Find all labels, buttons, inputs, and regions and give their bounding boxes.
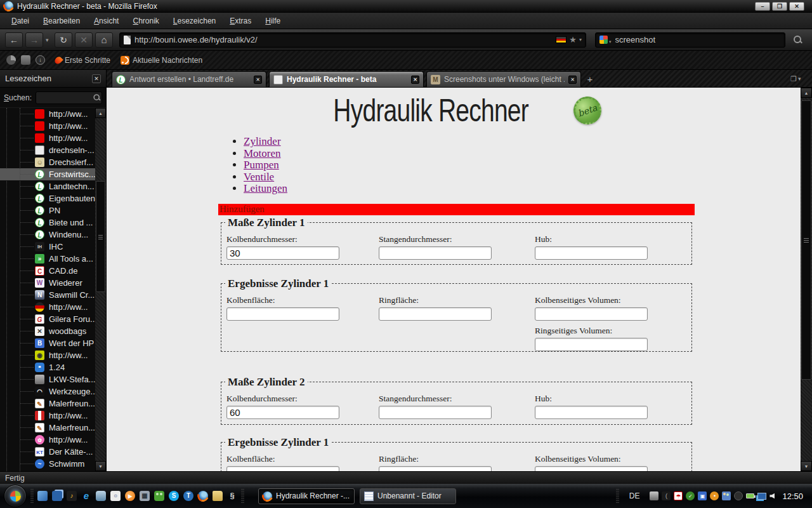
tab-antwort-erstellen-landtreff-de[interactable]: Antwort erstellen • Landtreff.de [112, 71, 266, 87]
toolbar-grip[interactable] [241, 489, 244, 503]
spiral-bin-icon[interactable] [227, 491, 237, 501]
users-icon[interactable] [722, 491, 731, 500]
input-kolbenfl-che[interactable] [226, 307, 339, 321]
bookmark-item-forstwirtsc[interactable]: Forstwirtsc... [0, 168, 95, 180]
hand-icon[interactable] [21, 55, 30, 65]
bookmark-item-malerfreun[interactable]: Malerfreun... [0, 398, 95, 410]
input-kolbenseitiges-volumen[interactable] [535, 466, 648, 472]
bookmark-item-1-24[interactable]: 1.24 [0, 361, 95, 373]
scrollbar-thumb[interactable] [96, 181, 105, 292]
minimize-button[interactable] [755, 2, 770, 11]
start-button[interactable] [4, 485, 27, 507]
german-flag-icon[interactable] [556, 36, 566, 43]
menu-ansicht[interactable]: Ansicht [88, 15, 125, 27]
stop-button[interactable] [75, 32, 93, 48]
menu-extras[interactable]: Extras [223, 15, 258, 27]
input-stangendurchmesser[interactable] [379, 406, 492, 419]
new-tab-button[interactable] [584, 73, 596, 86]
bookmark-erste-schritte[interactable]: Erste Schritte [55, 56, 110, 65]
toolbar-grip[interactable] [616, 489, 619, 503]
scroll-up-icon[interactable] [95, 108, 106, 118]
bookmark-item-der-k-lte[interactable]: Der Kälte-... [0, 446, 95, 458]
bookmark-item-http-ww[interactable]: http://ww... [0, 349, 95, 361]
wave-icon[interactable] [662, 491, 671, 500]
content-scrollbar[interactable] [801, 88, 812, 471]
scroll-down-icon[interactable] [95, 461, 106, 471]
input-kolbendurchmesser[interactable] [226, 246, 339, 260]
bookmark-item-gilera-foru[interactable]: Gilera Foru... [0, 313, 95, 325]
bookmark-item-cad-de[interactable]: CAD.de [0, 265, 95, 277]
url-input[interactable] [134, 35, 556, 44]
media-console-icon[interactable] [67, 491, 77, 501]
bookmark-item-drechseln[interactable]: drechseln-... [0, 144, 95, 156]
history-dropdown-icon[interactable]: ▾ [46, 37, 52, 43]
bookmark-item-all-tools-a[interactable]: All Tools a... [0, 253, 95, 265]
bookmark-item-http-ww[interactable]: http://ww... [0, 108, 95, 120]
language-indicator[interactable]: DE [629, 491, 640, 500]
folder-icon[interactable] [213, 491, 223, 501]
internet-explorer-icon[interactable] [81, 491, 91, 501]
scrollbar-thumb[interactable] [801, 100, 811, 380]
home-button[interactable] [95, 32, 113, 48]
calculator-icon[interactable] [140, 491, 150, 501]
reload-button[interactable] [55, 32, 72, 48]
toolbar-grip[interactable] [30, 489, 34, 503]
url-bar[interactable]: ★ ▾ [119, 32, 586, 48]
search-engine-dropdown-icon[interactable]: ▾ [609, 39, 612, 44]
close-button[interactable] [789, 2, 804, 11]
search-bar[interactable]: ▾ [595, 32, 785, 48]
firefox-icon[interactable] [198, 491, 208, 501]
taskbar-button-hydraulik-rechner[interactable]: Hydraulik Rechner -... [258, 488, 355, 504]
close-icon[interactable] [568, 76, 577, 84]
glass-icon[interactable] [96, 491, 106, 501]
input-ringfl-che[interactable] [379, 307, 492, 321]
menu-bearbeiten[interactable]: Bearbeiten [37, 15, 86, 27]
clock-icon[interactable] [6, 55, 16, 65]
volume-icon[interactable] [769, 493, 775, 499]
link-leitungen[interactable]: Leitungen [244, 182, 287, 194]
taskbar-clock[interactable]: 12:50 [782, 491, 803, 501]
maximize-button[interactable] [772, 2, 787, 11]
show-desktop-icon[interactable] [37, 491, 48, 501]
sidebar-scrollbar[interactable] [95, 108, 106, 471]
tab-hydraulik-rechner-beta[interactable]: Hydraulik Rechner - beta [269, 71, 424, 87]
download-icon[interactable] [36, 55, 45, 65]
menu-hilfe[interactable]: Hilfe [259, 15, 287, 27]
tab-screenshots-unter-windows-leicht[interactable]: Screenshots unter Windows (leicht ... [426, 71, 581, 87]
link-ventile[interactable]: Ventile [244, 171, 274, 183]
bookmark-item-schwimm[interactable]: Schwimm [0, 458, 95, 470]
bookmark-item-drechslerf[interactable]: Drechslerf... [0, 156, 95, 168]
input-stangendurchmesser[interactable] [379, 246, 492, 260]
input-ringseitiges-volumen[interactable] [535, 338, 648, 351]
list-all-tabs-icon[interactable] [790, 73, 807, 84]
sidebar-close-icon[interactable] [92, 74, 101, 83]
input-ringfl-che[interactable] [379, 466, 492, 472]
skype-icon[interactable] [169, 491, 179, 501]
search-input[interactable] [615, 35, 781, 44]
battery-icon[interactable] [746, 493, 754, 498]
avira-icon[interactable] [674, 491, 683, 500]
dark-circle-icon[interactable] [734, 491, 743, 500]
link-motoren[interactable]: Motoren [244, 147, 281, 159]
close-icon[interactable] [254, 76, 262, 84]
bookmark-item-werkzeuge[interactable]: Werkzeuge... [0, 385, 95, 398]
back-button[interactable] [5, 32, 23, 48]
input-kolbenseitiges-volumen[interactable] [535, 307, 648, 321]
bookmark-item-windenu[interactable]: Windenu... [0, 229, 95, 241]
close-icon[interactable] [411, 76, 419, 84]
bookmark-item-wert-der-hp[interactable]: Wert der HP [0, 337, 95, 349]
hand-icon[interactable] [710, 491, 719, 500]
add-button[interactable]: Hinzufügen [218, 204, 695, 215]
bookmark-item-http-ww[interactable]: http://ww... [0, 301, 95, 313]
network-icon[interactable] [757, 493, 766, 500]
bookmark-item-http-ww[interactable]: http://ww... [0, 132, 95, 144]
bookmark-item-wiederer[interactable]: Wiederer [0, 277, 95, 289]
search-icon[interactable] [793, 35, 803, 45]
window-tray-icon[interactable] [650, 491, 658, 500]
menu-chronik[interactable]: Chronik [126, 15, 165, 27]
link-pumpen[interactable]: Pumpen [244, 159, 279, 171]
green-badge-icon[interactable] [686, 491, 695, 500]
input-hub[interactable] [535, 246, 648, 260]
blue-box-icon[interactable] [698, 491, 707, 500]
search-doc-icon[interactable] [110, 491, 121, 501]
